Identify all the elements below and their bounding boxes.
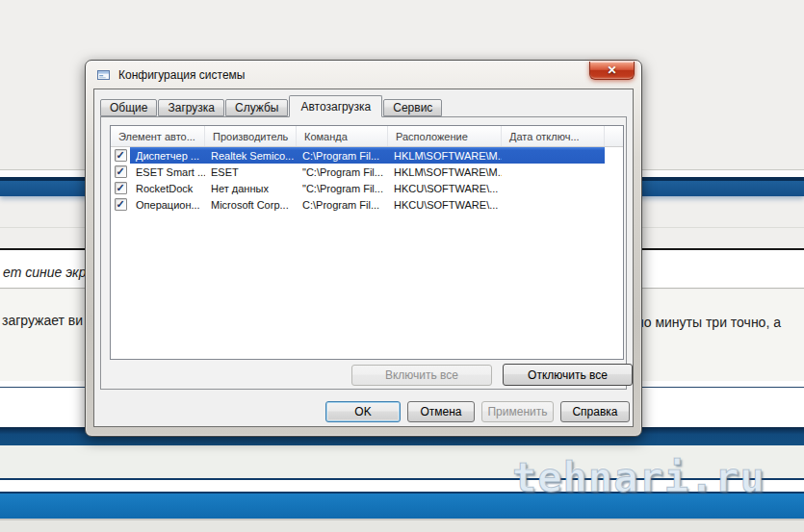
startup-row[interactable]: ✓ Операцион... Microsoft Corp... C:\Prog… [111, 196, 623, 213]
tab-label: Автозагрузка [300, 100, 371, 114]
cell-date [502, 196, 605, 213]
startup-row[interactable]: ✓ RocketDock Нет данных "C:\Program Fil.… [111, 180, 623, 196]
apply-button: Применить [481, 401, 554, 422]
cell-item: RocketDock [130, 180, 205, 196]
dialog-title: Конфигурация системы [118, 68, 245, 82]
check-icon: ✓ [116, 183, 124, 193]
cell-command: C:\Program Fil... [297, 147, 388, 164]
cell-location: HKLM\SOFTWARE\M... [388, 164, 502, 180]
checkbox-cell: ✓ [111, 180, 130, 196]
column-header-command[interactable]: Команда [297, 126, 388, 146]
dialog-button-row: OK Отмена Применить Справка [94, 401, 630, 422]
enable-all-button: Включить все [351, 365, 492, 386]
tab-label: Службы [235, 101, 278, 114]
cell-item: ESET Smart ... [130, 164, 205, 180]
post-text-right: но минуты три точно, а [636, 315, 781, 330]
tab-general[interactable]: Общие [100, 99, 157, 116]
cell-command: "C:\Program Fil... [297, 164, 388, 180]
tab-startup[interactable]: Автозагрузка [289, 95, 382, 117]
cell-date [502, 164, 605, 180]
startup-list: Элемент авто... Производитель Команда Ра… [110, 125, 624, 360]
dialog-title-bar[interactable]: Конфигурация системы [86, 61, 641, 89]
dialog-client-area: Общие Загрузка Службы Автозагрузка Серви… [93, 89, 634, 427]
quote-text-fragment: ет синие экр [3, 265, 86, 280]
cell-location: HKCU\SOFTWARE\... [388, 196, 502, 213]
disable-all-button[interactable]: Отключить все [503, 364, 633, 386]
help-button[interactable]: Справка [560, 401, 630, 422]
cell-item: Операцион... [130, 196, 205, 213]
checkbox-cell: ✓ [111, 196, 130, 213]
check-icon: ✓ [116, 166, 124, 177]
startup-checkbox[interactable]: ✓ [115, 182, 127, 194]
tab-label: Сервис [393, 101, 432, 114]
cell-command: C:\Program Fil... [297, 196, 388, 213]
column-header-location[interactable]: Расположение [388, 126, 502, 146]
cell-manufacturer: ESET [205, 164, 297, 180]
tab-tools[interactable]: Сервис [383, 99, 442, 116]
check-icon: ✓ [116, 199, 124, 210]
cell-location: HKLM\SOFTWARE\M... [388, 147, 502, 164]
cancel-button[interactable]: Отмена [407, 401, 475, 422]
post-text-left: загружает ви [2, 313, 83, 328]
ok-button[interactable]: OK [325, 401, 401, 422]
startup-tab-panel: Элемент авто... Производитель Команда Ра… [100, 116, 627, 390]
msconfig-icon [96, 68, 112, 82]
column-header-manufacturer[interactable]: Производитель [205, 126, 297, 146]
check-icon: ✓ [116, 150, 124, 161]
checkbox-cell: ✓ [111, 147, 130, 164]
cell-location: HKCU\SOFTWARE\... [388, 180, 502, 196]
cell-date [502, 180, 605, 196]
startup-row[interactable]: ✓ ESET Smart ... ESET "C:\Program Fil...… [111, 164, 623, 180]
cell-manufacturer: Realtek Semico... [205, 147, 297, 164]
cell-item: Диспетчер ... [130, 147, 205, 164]
column-header-filler [605, 126, 623, 146]
column-header-item[interactable]: Элемент авто... [111, 126, 205, 146]
tab-strip: Общие Загрузка Службы Автозагрузка Серви… [100, 95, 443, 116]
cell-date [502, 147, 605, 164]
tehnari-watermark: tehnari.ru [512, 454, 765, 501]
footer-bottom-strip [0, 520, 804, 532]
column-header-date[interactable]: Дата отключ... [502, 126, 605, 146]
tab-label: Общие [110, 101, 147, 114]
close-icon: ✕ [607, 64, 616, 76]
startup-checkbox[interactable]: ✓ [115, 149, 127, 162]
cell-command: "C:\Program Fil... [297, 180, 388, 196]
tab-label: Загрузка [168, 101, 215, 114]
tab-boot[interactable]: Загрузка [158, 99, 224, 116]
cell-manufacturer: Microsoft Corp... [205, 196, 297, 213]
startup-checkbox[interactable]: ✓ [115, 165, 127, 178]
startup-row[interactable]: ✓ Диспетчер ... Realtek Semico... C:\Pro… [111, 147, 623, 164]
close-button[interactable]: ✕ [589, 62, 635, 80]
startup-checkbox[interactable]: ✓ [115, 198, 127, 211]
cell-manufacturer: Нет данных [205, 180, 297, 196]
list-header: Элемент авто... Производитель Команда Ра… [111, 126, 623, 147]
system-config-dialog: Конфигурация системы ✕ Общие Загрузка Сл… [85, 60, 642, 437]
checkbox-cell: ✓ [111, 164, 130, 180]
tab-services[interactable]: Службы [225, 99, 288, 116]
